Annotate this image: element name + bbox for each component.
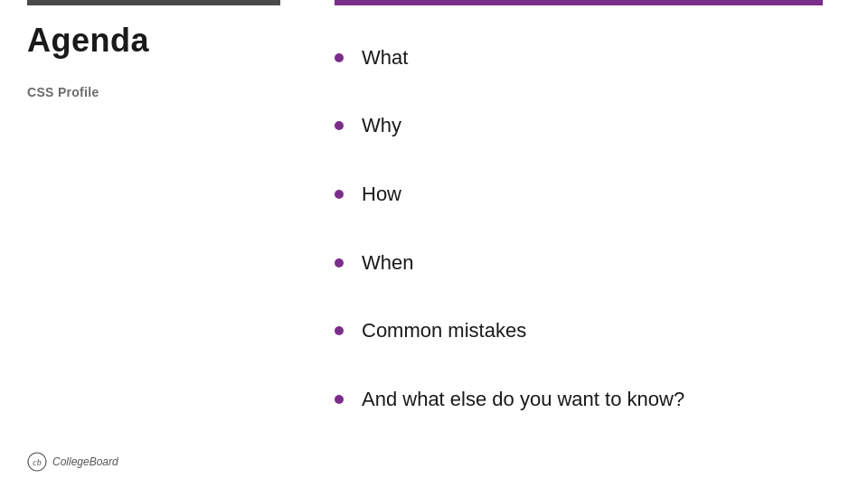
bullet-text-what: What	[362, 46, 408, 70]
bullet-dot	[335, 190, 344, 199]
right-top-bar	[335, 0, 823, 5]
bullet-text-common-mistakes: Common mistakes	[362, 319, 526, 343]
left-top-bar	[27, 0, 280, 5]
bullet-dot	[335, 326, 344, 335]
bullet-item-when: When	[335, 251, 823, 275]
bullet-item-common-mistakes: Common mistakes	[335, 319, 823, 343]
bullet-item-how: How	[335, 183, 823, 206]
collegeboard-logo: cb CollegeBoard	[27, 452, 118, 472]
footer: cb CollegeBoard	[27, 452, 118, 472]
svg-text:cb: cb	[33, 457, 41, 467]
collegeboard-text: CollegeBoard	[52, 455, 118, 468]
collegeboard-icon: cb	[27, 452, 47, 472]
slide-title: Agenda	[27, 22, 280, 60]
bullet-item-what: What	[335, 46, 823, 70]
slide: Agenda CSS Profile cb CollegeBoard What	[0, 0, 868, 488]
bullet-dot	[335, 53, 344, 62]
bullet-list: What Why How When Common mistakes And wh…	[335, 23, 823, 488]
slide-subtitle: CSS Profile	[27, 85, 280, 99]
bullet-dot	[335, 258, 344, 267]
bullet-text-why: Why	[362, 114, 401, 137]
bullet-text-and-what-else: And what else do you want to know?	[362, 388, 684, 411]
right-column: What Why How When Common mistakes And wh…	[307, 0, 868, 488]
bullet-text-how: How	[362, 183, 401, 206]
bullet-dot	[335, 395, 344, 404]
bullet-dot	[335, 121, 344, 130]
bullet-item-why: Why	[335, 114, 823, 137]
left-column: Agenda CSS Profile cb CollegeBoard	[0, 0, 307, 488]
bullet-text-when: When	[362, 251, 413, 275]
bullet-item-and-what-else: And what else do you want to know?	[335, 388, 823, 411]
